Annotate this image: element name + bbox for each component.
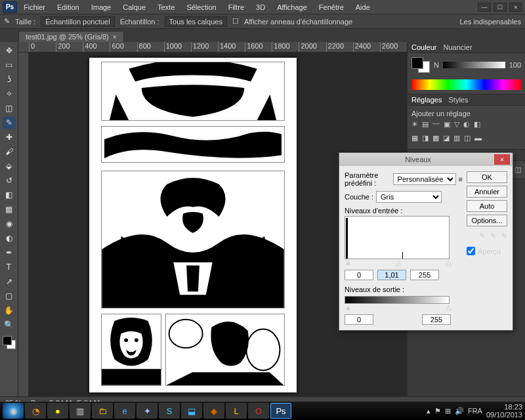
adj-poster-icon[interactable]: ▥ — [453, 134, 460, 142]
preset-menu-icon[interactable]: ≡ — [459, 175, 463, 183]
adj-map-icon[interactable]: ▬ — [474, 134, 482, 142]
input-gamma-field[interactable] — [377, 270, 406, 280]
workspace-switcher[interactable]: Les indispensables — [459, 18, 521, 26]
close-tab-icon[interactable]: × — [113, 33, 117, 41]
taskbar-ie[interactable]: e — [114, 403, 135, 419]
gradient-tool[interactable]: ▦ — [3, 203, 16, 215]
wand-tool[interactable]: ✧ — [3, 88, 16, 100]
tray-lang[interactable]: FRA — [468, 407, 482, 415]
adj-curves-icon[interactable]: 〰 — [432, 120, 440, 129]
tab-styles[interactable]: Styles — [448, 96, 468, 104]
path-tool[interactable]: ↗ — [3, 276, 16, 287]
menu-calque[interactable]: Calque — [117, 2, 151, 12]
opt-anneau-check[interactable]: ☐ — [232, 17, 239, 26]
adj-invert-icon[interactable]: ◪ — [443, 134, 450, 142]
cancel-button[interactable]: Annuler — [467, 186, 507, 198]
adj-photo-icon[interactable]: ▦ — [411, 134, 418, 142]
menu-3d[interactable]: 3D — [251, 2, 270, 12]
lasso-tool[interactable]: ʖ — [3, 74, 16, 85]
eraser-tool[interactable]: ◧ — [3, 189, 16, 201]
tray-network-icon[interactable]: ⊞ — [445, 407, 451, 415]
document-tab[interactable]: test01.jpg @ 25% (Gris/8) × — [18, 31, 124, 42]
taskbar-app-4[interactable]: ✦ — [136, 403, 158, 419]
taskbar-lol[interactable]: L — [226, 403, 247, 419]
close-button[interactable]: × — [509, 3, 522, 12]
color-swatch[interactable] — [3, 336, 16, 349]
adj-mixer-icon[interactable]: ◨ — [422, 134, 429, 142]
adj-lookup-icon[interactable]: ▩ — [432, 134, 439, 142]
opt-echant-select[interactable]: Tous les calques — [165, 16, 227, 27]
minimize-button[interactable]: — — [478, 3, 491, 12]
taskbar-folder[interactable]: 🗀 — [92, 403, 113, 419]
tray-flag-icon[interactable]: ⚑ — [434, 407, 441, 415]
options-button[interactable]: Options... — [467, 215, 507, 226]
adj-vibrance-icon[interactable]: ▽ — [454, 120, 459, 129]
adj-bw-icon[interactable]: ◧ — [474, 120, 480, 129]
start-button[interactable]: ◉ — [3, 403, 24, 419]
output-black-field[interactable] — [345, 314, 373, 325]
shape-tool[interactable]: ▢ — [3, 290, 16, 302]
crop-tool[interactable]: ◫ — [3, 102, 16, 114]
menu-edition[interactable]: Edition — [52, 2, 85, 12]
menu-selection[interactable]: Sélection — [181, 2, 221, 12]
input-white-field[interactable] — [410, 270, 439, 280]
white-eyedropper-icon[interactable]: ✎ — [501, 232, 507, 240]
zoom-tool[interactable]: 🔍 — [3, 319, 16, 331]
taskbar-photoshop[interactable]: Ps — [270, 403, 291, 419]
taskbar-app-3[interactable]: ▥ — [70, 403, 91, 419]
tray-clock[interactable]: 18:2309/10/2013 — [486, 403, 522, 419]
menu-fenetre[interactable]: Fenêtre — [314, 2, 349, 12]
menu-fichier[interactable]: Fichier — [18, 2, 51, 12]
output-white-field[interactable] — [422, 314, 451, 325]
taskbar-app-5[interactable]: ◆ — [203, 403, 224, 419]
taskbar-app-1[interactable]: ◔ — [25, 403, 46, 419]
brush-tool[interactable]: 🖌 — [3, 146, 16, 158]
taskbar-app-2[interactable]: ● — [47, 403, 68, 419]
dodge-tool[interactable]: ◐ — [3, 232, 16, 244]
adj-levels-icon[interactable]: ▤ — [422, 120, 429, 129]
menu-filtre[interactable]: Filtre — [223, 2, 249, 12]
spectrum-bar[interactable] — [411, 79, 521, 90]
menu-texte[interactable]: Texte — [152, 2, 180, 12]
tray-volume-icon[interactable]: 🔊 — [455, 407, 464, 415]
adj-brightness-icon[interactable]: ☀ — [411, 120, 418, 129]
color-picker-swatch[interactable] — [411, 57, 430, 73]
preset-select[interactable]: Personnalisée — [393, 173, 456, 185]
eyedropper-icon[interactable]: ✎ — [4, 17, 10, 26]
menu-aide[interactable]: Aide — [350, 2, 375, 12]
taskbar-skype[interactable]: S — [159, 403, 180, 419]
stamp-tool[interactable]: ⬙ — [3, 160, 16, 172]
tab-adjustments[interactable]: Réglages — [411, 96, 442, 104]
marquee-tool[interactable]: ▭ — [3, 59, 16, 71]
histogram[interactable] — [345, 216, 450, 259]
taskbar-dropbox[interactable]: ⬓ — [181, 403, 202, 419]
blur-tool[interactable]: ◉ — [3, 218, 16, 230]
taskbar-opera[interactable]: O — [248, 403, 269, 419]
gray-eyedropper-icon[interactable]: ✎ — [490, 232, 496, 240]
dialog-close-button[interactable]: × — [494, 154, 510, 165]
hand-tool[interactable]: ✋ — [3, 304, 16, 316]
tab-color[interactable]: Couleur — [411, 43, 437, 51]
adj-thresh-icon[interactable]: ◫ — [464, 134, 471, 142]
pen-tool[interactable]: ✒ — [3, 247, 16, 259]
type-tool[interactable]: T — [3, 261, 16, 273]
channel-select[interactable]: Gris — [376, 191, 442, 203]
adj-exposure-icon[interactable]: ▣ — [444, 120, 450, 129]
auto-button[interactable]: Auto — [467, 200, 507, 212]
tray-chevron-icon[interactable]: ▴ — [427, 407, 430, 415]
menu-image[interactable]: Image — [86, 2, 117, 12]
opt-taille-select[interactable]: Échantillon ponctuel — [41, 16, 114, 27]
preview-checkbox[interactable] — [467, 247, 475, 255]
eyedropper-tool[interactable]: ✎ — [3, 117, 16, 129]
input-black-field[interactable] — [345, 270, 373, 280]
move-tool[interactable]: ✥ — [3, 45, 16, 56]
ok-button[interactable]: OK — [467, 171, 507, 183]
adj-hue-icon[interactable]: ◐ — [463, 120, 470, 129]
menu-affichage[interactable]: Affichage — [272, 2, 312, 12]
black-eyedropper-icon[interactable]: ✎ — [479, 232, 485, 240]
filter-smart-icon[interactable]: ◫ — [514, 165, 521, 174]
history-brush-tool[interactable]: ↺ — [3, 175, 16, 186]
maximize-button[interactable]: ☐ — [494, 3, 507, 12]
heal-tool[interactable]: ✚ — [3, 131, 16, 143]
tab-swatches[interactable]: Nuancier — [444, 43, 472, 51]
